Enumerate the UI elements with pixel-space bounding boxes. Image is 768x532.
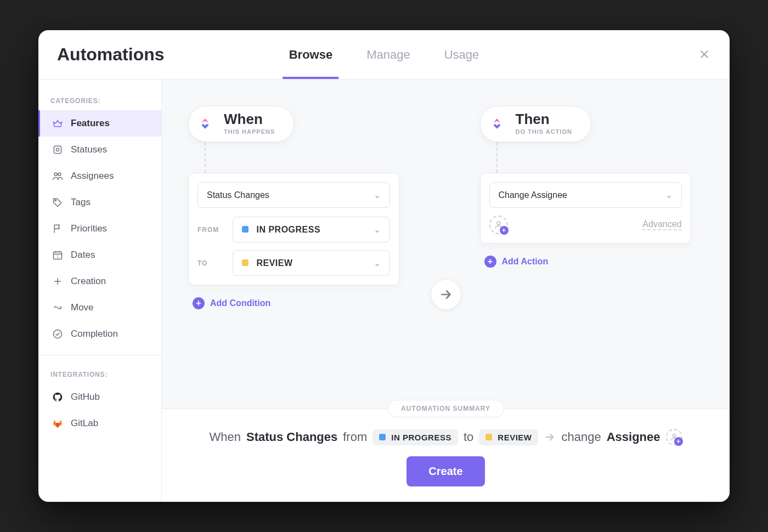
modal-body: CATEGORIES: Features Statuses Assignees … bbox=[38, 80, 730, 502]
svg-point-4 bbox=[55, 200, 57, 201]
action-select-value: Change Assignee bbox=[499, 190, 567, 200]
clickup-logo-icon bbox=[194, 113, 216, 135]
sidebar-item-label: Assignees bbox=[71, 171, 114, 182]
when-subtitle: THIS HAPPENS bbox=[224, 128, 275, 135]
svg-point-8 bbox=[497, 222, 500, 225]
sidebar-item-move[interactable]: Move bbox=[38, 295, 161, 321]
then-title: Then bbox=[516, 112, 572, 126]
svg-point-7 bbox=[54, 330, 62, 338]
chevron-down-icon: ⌄ bbox=[374, 190, 381, 200]
sidebar-item-tags[interactable]: Tags bbox=[38, 189, 161, 216]
sidebar-item-github[interactable]: GitHub bbox=[38, 384, 161, 410]
then-column: Then DO THIS ACTION Change Assignee ⌄ bbox=[480, 106, 704, 268]
crown-icon bbox=[52, 118, 63, 129]
summary-assignee-icon[interactable]: + bbox=[666, 429, 682, 445]
arrow-right-icon bbox=[439, 287, 453, 302]
action-options-row: + Advanced bbox=[489, 216, 682, 234]
svg-rect-0 bbox=[54, 146, 61, 153]
close-icon bbox=[698, 48, 710, 60]
people-icon bbox=[52, 171, 63, 182]
sidebar-item-label: Creation bbox=[71, 276, 106, 287]
to-row: TO REVIEW ⌄ bbox=[197, 250, 390, 276]
summary-badge: AUTOMATION SUMMARY bbox=[387, 400, 504, 417]
sidebar-item-label: Completion bbox=[71, 329, 118, 339]
modal-header: Automations Browse Manage Usage bbox=[38, 30, 730, 80]
connector-line bbox=[205, 142, 206, 173]
status-color-dot bbox=[242, 226, 249, 233]
chevron-down-icon: ⌄ bbox=[374, 258, 381, 268]
trigger-select[interactable]: Status Changes ⌄ bbox=[197, 182, 390, 208]
then-subtitle: DO THIS ACTION bbox=[516, 128, 572, 135]
add-condition-label: Add Condition bbox=[210, 298, 270, 308]
sidebar-item-gitlab[interactable]: GitLab bbox=[38, 410, 161, 437]
svg-rect-1 bbox=[57, 149, 59, 151]
automations-modal: Automations Browse Manage Usage CATEGORI… bbox=[38, 30, 730, 502]
tab-usage[interactable]: Usage bbox=[442, 31, 482, 78]
trigger-select-value: Status Changes bbox=[207, 190, 269, 200]
add-action-button[interactable]: + Add Action bbox=[484, 256, 549, 268]
connector-line bbox=[496, 142, 498, 173]
sidebar-item-label: Priorities bbox=[71, 223, 107, 234]
sidebar-item-priorities[interactable]: Priorities bbox=[38, 216, 161, 242]
close-button[interactable] bbox=[696, 46, 713, 63]
sidebar-item-label: GitLab bbox=[71, 418, 98, 429]
action-select[interactable]: Change Assignee ⌄ bbox=[489, 182, 682, 208]
advanced-link[interactable]: Advanced bbox=[642, 219, 681, 230]
sidebar-item-assignees[interactable]: Assignees bbox=[38, 163, 161, 189]
from-status-select[interactable]: IN PROGRESS ⌄ bbox=[233, 217, 390, 242]
flag-icon bbox=[52, 223, 63, 234]
add-action-label: Add Action bbox=[502, 257, 549, 267]
action-card: Change Assignee ⌄ + Advanced bbox=[480, 173, 691, 244]
trigger-card: Status Changes ⌄ FROM IN PROGRESS ⌄ bbox=[188, 173, 399, 285]
header-tabs: Browse Manage Usage bbox=[287, 31, 482, 78]
plus-icon: + bbox=[484, 256, 496, 268]
create-button[interactable]: Create bbox=[406, 456, 484, 486]
svg-point-3 bbox=[58, 173, 61, 176]
then-header-pill: Then DO THIS ACTION bbox=[480, 106, 591, 142]
status-icon bbox=[52, 144, 63, 155]
gitlab-icon bbox=[52, 418, 63, 429]
tag-icon bbox=[52, 197, 63, 208]
sidebar-item-label: Move bbox=[71, 302, 94, 313]
summary-from-chip: IN PROGRESS bbox=[372, 429, 458, 445]
sidebar-integrations-heading: INTEGRATIONS: bbox=[38, 363, 161, 384]
github-icon bbox=[52, 392, 63, 403]
sidebar-item-dates[interactable]: 1 Dates bbox=[38, 242, 161, 268]
sidebar-divider bbox=[38, 355, 161, 355]
plus-badge-icon: + bbox=[500, 226, 509, 235]
from-status-value: IN PROGRESS bbox=[242, 225, 320, 235]
when-header-pill: When THIS HAPPENS bbox=[188, 106, 294, 142]
chevron-down-icon: ⌄ bbox=[374, 224, 381, 235]
svg-point-2 bbox=[54, 173, 57, 176]
automation-summary: AUTOMATION SUMMARY When Status Changes f… bbox=[162, 409, 730, 502]
when-column: When THIS HAPPENS Status Changes ⌄ FROM bbox=[188, 106, 412, 309]
sidebar-item-label: Dates bbox=[71, 250, 95, 261]
clickup-logo-icon bbox=[486, 113, 508, 135]
when-title: When bbox=[224, 112, 275, 126]
to-status-select[interactable]: REVIEW ⌄ bbox=[233, 250, 390, 276]
svg-text:1: 1 bbox=[57, 254, 59, 258]
automation-canvas: When THIS HAPPENS Status Changes ⌄ FROM bbox=[162, 80, 730, 502]
summary-sentence: When Status Changes from IN PROGRESS to … bbox=[210, 429, 682, 445]
summary-to-chip: REVIEW bbox=[479, 429, 538, 445]
flow-arrow bbox=[428, 279, 464, 310]
plus-icon bbox=[52, 276, 63, 287]
to-status-value: REVIEW bbox=[242, 258, 293, 268]
sidebar-item-label: GitHub bbox=[71, 392, 100, 403]
to-label: TO bbox=[197, 259, 225, 267]
tab-manage[interactable]: Manage bbox=[364, 31, 413, 78]
chevron-down-icon: ⌄ bbox=[665, 190, 673, 200]
status-color-dot bbox=[242, 259, 249, 266]
sidebar-item-features[interactable]: Features bbox=[38, 110, 161, 137]
tab-browse[interactable]: Browse bbox=[287, 31, 335, 78]
add-condition-button[interactable]: + Add Condition bbox=[193, 297, 270, 309]
sidebar-item-completion[interactable]: Completion bbox=[38, 321, 161, 347]
move-icon bbox=[52, 302, 63, 313]
sidebar-item-statuses[interactable]: Statuses bbox=[38, 137, 161, 163]
arrow-circle bbox=[431, 279, 461, 310]
svg-point-9 bbox=[673, 434, 675, 437]
from-row: FROM IN PROGRESS ⌄ bbox=[197, 217, 390, 242]
modal-title: Automations bbox=[38, 44, 187, 65]
add-assignee-button[interactable]: + bbox=[489, 216, 508, 234]
sidebar-item-creation[interactable]: Creation bbox=[38, 268, 161, 295]
